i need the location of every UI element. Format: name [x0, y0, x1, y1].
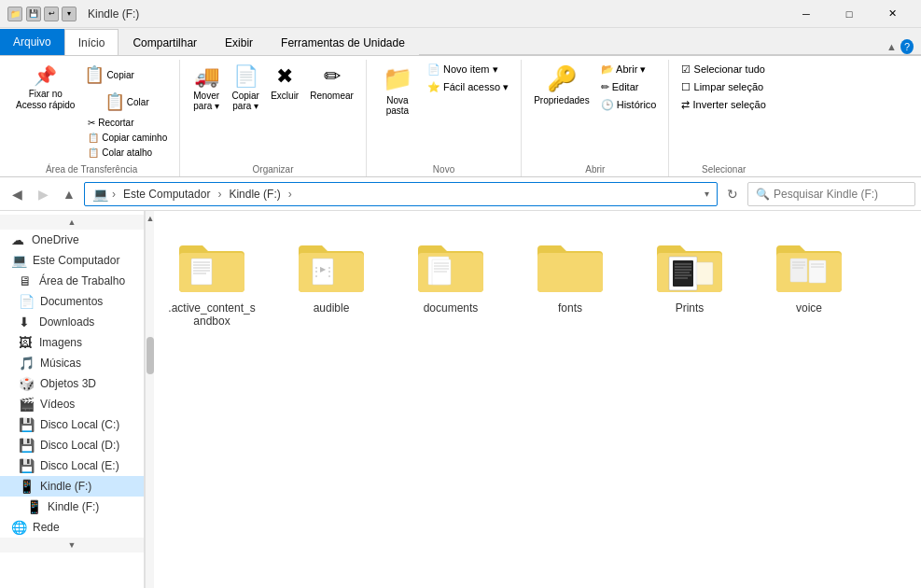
path-kindle[interactable]: Kindle (F:)	[225, 186, 284, 203]
sidebar-item-onedrive[interactable]: ☁ OneDrive	[0, 230, 144, 250]
scrollbar-thumb[interactable]	[147, 337, 154, 374]
copy-icon: 📋	[84, 64, 105, 85]
sidebar-item-area-trabalho[interactable]: 🖥 Área de Trabalho	[0, 271, 144, 291]
disk-e-icon: 💾	[19, 458, 35, 473]
paste-button[interactable]: 📋 Colar	[81, 89, 172, 115]
sidebar-item-downloads[interactable]: ⬇ Downloads	[0, 312, 144, 332]
sidebar-item-imagens[interactable]: 🖼 Imagens	[0, 332, 144, 353]
scroll-up-arrow[interactable]: ▲	[0, 215, 144, 230]
tab-compartilhar[interactable]: Compartilhar	[119, 29, 211, 55]
pin-label: Fixar noAcesso rápido	[16, 89, 75, 111]
sidebar-label-kindle-f: Kindle (F:)	[40, 480, 91, 493]
folder-active-sandbox[interactable]: .active_content_sandbox	[156, 222, 268, 336]
folder-fonts[interactable]: fonts	[514, 222, 626, 336]
up-button[interactable]: ▲	[58, 183, 80, 205]
maximize-button[interactable]: □	[828, 0, 871, 28]
forward-button[interactable]: ▶	[32, 183, 54, 205]
folder-audible[interactable]: ⋮⋮ ▶ audible	[275, 222, 387, 336]
ribbon-controls: ▲ ?	[879, 39, 921, 55]
folder-fonts-label: fonts	[558, 301, 582, 315]
new-folder-button[interactable]: 📁 Novapasta	[374, 62, 421, 119]
copy-path-button[interactable]: 📋 Copiar caminho	[83, 131, 172, 145]
sidebar-item-kindle-f2[interactable]: 📱 Kindle (F:)	[0, 497, 144, 517]
open-small-buttons: 📂 Abrir ▾ ✏ Editar 🕒 Histórico	[596, 62, 662, 113]
tab-arquivo[interactable]: Arquivo	[0, 29, 64, 55]
sidebar-label-objetos3d: Objetos 3D	[40, 377, 96, 390]
ribbon-toggle[interactable]: ▲	[886, 41, 897, 52]
move-label: Moverpara ▾	[193, 91, 219, 111]
path-expand-icon[interactable]: ▾	[705, 189, 709, 199]
sidebar-label-computador: Este Computador	[33, 254, 119, 267]
invert-selection-button[interactable]: ⇄ Inverter seleção	[677, 97, 770, 113]
scrollbar-track	[146, 226, 154, 588]
computer-icon: 💻	[11, 253, 27, 268]
sidebar-item-kindle-f[interactable]: 📱 Kindle (F:)	[0, 476, 144, 497]
undo-icon[interactable]: ↩	[44, 7, 59, 21]
open-button[interactable]: 📂 Abrir ▾	[596, 62, 662, 77]
sidebar-item-disco-d[interactable]: 💾 Disco Local (D:)	[0, 435, 144, 455]
sidebar-scrollbar: ▲ ▼	[145, 211, 154, 588]
tab-ferramentas[interactable]: Ferramentas de Unidade	[267, 29, 419, 55]
new-item-button[interactable]: 📄 Novo item ▾	[423, 62, 513, 77]
move-icon: 🚚	[194, 64, 219, 89]
folder-prints[interactable]: Prints	[634, 222, 746, 336]
cut-button[interactable]: ✂ Recortar	[83, 116, 172, 130]
copy-button[interactable]: 📋 Copiar	[81, 62, 136, 88]
sidebar-label-rede: Rede	[33, 521, 60, 534]
search-box[interactable]: 🔍	[747, 182, 915, 206]
sidebar-item-videos[interactable]: 🎬 Vídeos	[0, 394, 144, 414]
new-label: Novo	[367, 164, 521, 175]
select-all-button[interactable]: ☑ Selecionar tudo	[677, 62, 770, 77]
sidebar-item-documentos[interactable]: 📄 Documentos	[0, 291, 144, 312]
search-input[interactable]	[774, 188, 904, 201]
sidebar-item-musicas[interactable]: 🎵 Músicas	[0, 353, 144, 373]
save-icon[interactable]: 💾	[26, 7, 41, 21]
properties-button[interactable]: 🔑 Propriedades	[529, 62, 593, 108]
path-icon: 💻	[92, 187, 108, 202]
scroll-down-arrow[interactable]: ▼	[0, 538, 144, 553]
rename-button[interactable]: ✏ Renomear	[305, 62, 358, 104]
svg-text:▶: ▶	[320, 265, 327, 273]
properties-label: Propriedades	[534, 95, 589, 105]
pin-button[interactable]: 📌 Fixar noAcesso rápido	[11, 62, 79, 114]
copy-paste-group: 📋 Copiar 📋 Colar ✂ Recortar 📋 Copiar cam…	[81, 62, 172, 160]
easy-access-button[interactable]: ⭐ Fácil acesso ▾	[423, 79, 513, 95]
delete-button[interactable]: ✖ Excluir	[266, 62, 303, 104]
dropdown-icon[interactable]: ▾	[62, 7, 77, 21]
sidebar-item-disco-c[interactable]: 💾 Disco Local (C:)	[0, 414, 144, 435]
ribbon-tabs: Arquivo Início Compartilhar Exibir Ferra…	[0, 28, 921, 56]
refresh-button[interactable]: ↻	[721, 183, 744, 205]
help-button[interactable]: ?	[900, 39, 914, 54]
back-button[interactable]: ◀	[6, 183, 28, 205]
delete-icon: ✖	[276, 64, 293, 89]
path-computer[interactable]: Este Computador	[119, 186, 214, 203]
edit-button[interactable]: ✏ Editar	[596, 79, 662, 95]
paste-shortcut-button[interactable]: 📋 Colar atalho	[83, 146, 172, 160]
svg-rect-23	[696, 262, 713, 285]
new-folder-label: Novapasta	[386, 95, 409, 116]
history-button[interactable]: 🕒 Histórico	[596, 97, 662, 113]
sidebar-item-rede[interactable]: 🌐 Rede	[0, 517, 144, 538]
copy-to-button[interactable]: 📄 Copiarpara ▾	[227, 62, 264, 114]
select-buttons: ☑ Selecionar tudo ☐ Limpar seleção ⇄ Inv…	[677, 62, 770, 160]
folder-audible-icon: ⋮⋮ ▶	[294, 231, 369, 298]
properties-icon: 🔑	[547, 64, 577, 93]
address-path[interactable]: 💻 › Este Computador › Kindle (F:) › ▾	[84, 182, 718, 206]
sidebar-item-objetos3d[interactable]: 🎲 Objetos 3D	[0, 373, 144, 394]
tab-exibir[interactable]: Exibir	[211, 29, 267, 55]
sidebar-item-disco-e[interactable]: 💾 Disco Local (E:)	[0, 455, 144, 476]
open-label: Abrir	[522, 164, 668, 175]
move-button[interactable]: 🚚 Moverpara ▾	[188, 62, 225, 114]
path-sep-2: ›	[217, 188, 221, 201]
minimize-button[interactable]: ─	[785, 0, 828, 28]
open-buttons: 🔑 Propriedades 📂 Abrir ▾ ✏ Editar 🕒 Hist…	[529, 62, 661, 160]
sidebar-label-disco-c: Disco Local (C:)	[40, 418, 119, 431]
folder-audible-label: audible	[314, 301, 350, 315]
sidebar-item-este-computador[interactable]: 💻 Este Computador	[0, 250, 144, 271]
folder-documents[interactable]: documents	[395, 222, 507, 336]
tab-inicio[interactable]: Início	[64, 29, 119, 55]
close-button[interactable]: ✕	[871, 0, 914, 28]
clear-selection-button[interactable]: ☐ Limpar seleção	[677, 79, 770, 95]
scrollbar-up[interactable]: ▲	[146, 211, 155, 226]
folder-voice[interactable]: voice	[753, 222, 865, 336]
